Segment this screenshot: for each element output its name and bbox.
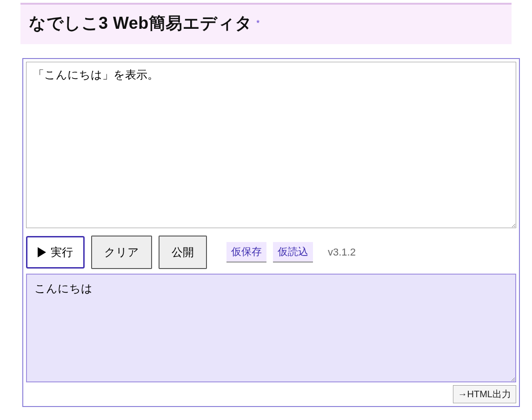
publish-button[interactable]: 公開 (159, 236, 207, 269)
code-input[interactable] (26, 62, 516, 228)
output-area[interactable] (26, 274, 516, 382)
header-bar: なでしこ3 Web簡易エディタ * (20, 3, 512, 44)
footer-row: →HTML出力 (26, 385, 516, 403)
temp-load-button[interactable]: 仮読込 (273, 242, 313, 262)
version-label: v3.1.2 (328, 246, 356, 258)
editor-panel: 実行 クリア 公開 仮保存 仮読込 v3.1.2 →HTML出力 (22, 58, 520, 407)
toolbar: 実行 クリア 公開 仮保存 仮読込 v3.1.2 (26, 236, 516, 269)
page-title: なでしこ3 Web簡易エディタ (29, 13, 253, 33)
run-button-label: 実行 (51, 245, 73, 260)
html-export-button[interactable]: →HTML出力 (453, 385, 516, 403)
clear-button[interactable]: クリア (91, 236, 152, 269)
temp-save-button[interactable]: 仮保存 (226, 242, 266, 262)
asterisk-icon: * (256, 19, 259, 28)
play-icon (38, 247, 46, 257)
run-button[interactable]: 実行 (26, 236, 85, 269)
